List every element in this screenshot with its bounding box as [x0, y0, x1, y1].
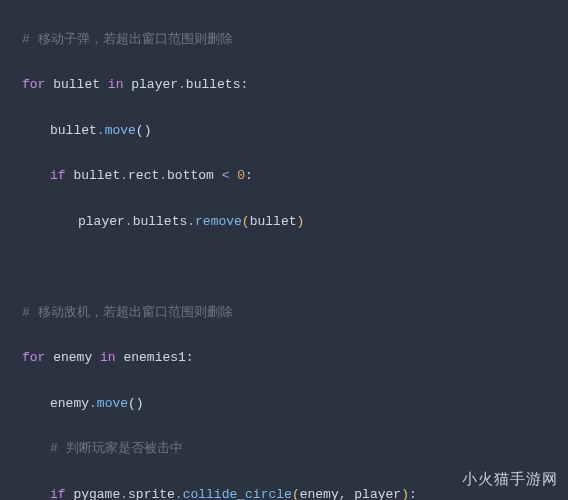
number: 0: [237, 168, 245, 183]
dot: .: [125, 214, 133, 229]
func-call: remove: [195, 214, 242, 229]
dot: .: [97, 123, 105, 138]
ident: bullets: [133, 214, 188, 229]
arg: enemy: [300, 487, 339, 500]
dot: .: [89, 396, 97, 411]
ident: pygame: [66, 487, 121, 500]
ident: player: [78, 214, 125, 229]
arg: bullet: [250, 214, 297, 229]
ident: bullet: [45, 77, 107, 92]
dot: .: [159, 168, 167, 183]
colon: :: [186, 350, 194, 365]
kw-in: in: [108, 77, 124, 92]
ident: enemies1: [116, 350, 186, 365]
ident: enemy: [50, 396, 89, 411]
comment-line: # 移动敌机，若超出窗口范围则删除: [22, 305, 233, 320]
parens: (): [128, 396, 144, 411]
parens: (): [136, 123, 152, 138]
colon: :: [245, 168, 253, 183]
func-call: move: [97, 396, 128, 411]
dot: .: [175, 487, 183, 500]
comma: ,: [339, 487, 355, 500]
comment-line: # 判断玩家是否被击中: [50, 441, 183, 456]
code-editor: # 移动子弹，若超出窗口范围则删除 for bullet in player.b…: [0, 0, 568, 500]
ident: enemy: [45, 350, 100, 365]
kw-in: in: [100, 350, 116, 365]
dot: .: [120, 168, 128, 183]
ident: bullet: [66, 168, 121, 183]
rparen: ): [296, 214, 304, 229]
ident: player: [123, 77, 178, 92]
kw-for: for: [22, 77, 45, 92]
dot: .: [178, 77, 186, 92]
lparen: (: [242, 214, 250, 229]
lparen: (: [292, 487, 300, 500]
dot: .: [120, 487, 128, 500]
dot: .: [187, 214, 195, 229]
func-call: move: [105, 123, 136, 138]
arg: player: [354, 487, 401, 500]
ident: sprite: [128, 487, 175, 500]
colon: :: [240, 77, 248, 92]
kw-if: if: [50, 168, 66, 183]
ident: bullets: [186, 77, 241, 92]
ident: bottom: [167, 168, 222, 183]
colon: :: [409, 487, 417, 500]
rparen: ): [401, 487, 409, 500]
comment-line: # 移动子弹，若超出窗口范围则删除: [22, 32, 233, 47]
kw-for: for: [22, 350, 45, 365]
ident: rect: [128, 168, 159, 183]
ident: bullet: [50, 123, 97, 138]
func-call: collide_circle: [183, 487, 292, 500]
kw-if: if: [50, 487, 66, 500]
